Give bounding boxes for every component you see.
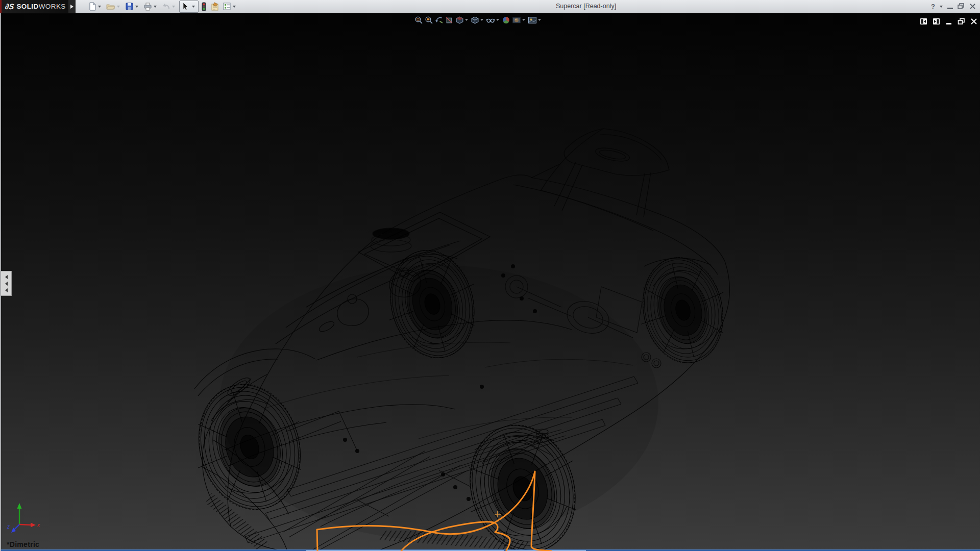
brand-bold: SOLID [16,3,38,10]
restore-button[interactable] [958,3,965,10]
toggle-right-pane-button[interactable] [933,18,940,25]
save-floppy-icon [125,2,134,11]
edit-appearance-button[interactable] [502,16,510,24]
expand-arrow-icon [70,5,74,9]
open-button[interactable] [105,1,123,12]
select-dropdown-caret[interactable] [192,6,195,8]
apply-scene-icon [512,16,521,24]
feature-manager-collapsed-tab[interactable] [1,271,12,296]
select-cursor-icon [181,2,189,11]
save-button[interactable] [124,1,141,12]
close-button[interactable] [969,3,976,10]
options-button[interactable] [222,1,239,12]
section-view-icon [445,16,454,24]
section-view-button[interactable] [445,16,454,24]
open-folder-icon [106,2,115,11]
zoom-to-fit-button[interactable] [414,16,423,24]
view-orientation-caret[interactable] [465,19,468,21]
undo-button[interactable] [161,1,178,12]
new-dropdown-caret[interactable] [98,6,101,8]
open-dropdown-caret [117,6,120,8]
new-document-icon [88,2,96,11]
options-checklist-icon [223,2,231,11]
collapse-arrow-icon [5,275,8,279]
print-button[interactable] [142,1,160,12]
collapse-arrow-icon [5,288,8,292]
apply-scene-button[interactable] [512,16,526,24]
file-properties-icon [210,2,219,11]
hide-show-items-button[interactable] [486,16,500,24]
display-style-button[interactable] [471,16,484,24]
document-title: Supercar [Read-only] [556,3,616,10]
view-orientation-icon [455,16,464,24]
menu-expand-arrow[interactable] [68,0,76,13]
collapse-arrow-icon [5,282,8,286]
display-style-icon [471,16,479,24]
previous-view-button[interactable] [435,16,444,24]
select-tool-button[interactable] [179,1,199,13]
view-orientation-button[interactable] [455,16,469,24]
zoom-to-fit-icon [414,16,423,24]
help-dropdown-caret[interactable] [940,6,943,8]
print-icon [143,2,152,11]
eyeglasses-icon [486,16,495,24]
file-properties-button[interactable] [209,1,220,12]
view-settings-button[interactable] [528,16,542,24]
view-settings-caret[interactable] [538,19,541,21]
brand-light: WORKS [39,3,66,10]
title-bar: ∂S SOLIDWORKS [0,0,980,13]
help-button[interactable]: ? [931,3,935,10]
hide-show-caret[interactable] [496,19,499,21]
print-dropdown-caret[interactable] [154,6,157,8]
zoom-to-area-button[interactable] [425,16,433,24]
new-document-button[interactable] [87,1,104,12]
traffic-light-icon [201,2,207,11]
apply-scene-caret[interactable] [522,19,525,21]
view-settings-icon [528,16,537,24]
document-restore-button[interactable] [958,18,965,25]
options-dropdown-caret[interactable] [233,6,236,8]
undo-dropdown-caret [172,6,175,8]
document-minimize-button[interactable] [945,18,952,25]
zoom-to-area-icon [425,16,433,24]
solidworks-logo: ∂S SOLIDWORKS [0,0,68,13]
appearance-ball-icon [502,16,510,24]
graphics-viewport[interactable] [0,13,980,551]
save-dropdown-caret[interactable] [135,6,138,8]
display-style-caret[interactable] [480,19,483,21]
main-toolbar [87,0,239,13]
heads-up-view-toolbar [414,15,542,25]
previous-view-icon [435,16,444,24]
titlebar-window-controls: ? [931,0,976,13]
rebuild-button[interactable] [200,1,208,12]
toggle-left-pane-button[interactable] [920,18,927,25]
view-orientation-label: *Dimetric [7,540,39,548]
document-window-controls [920,18,977,25]
minimize-button[interactable] [947,8,953,9]
solidworks-logo-mark: ∂S [5,2,15,11]
document-close-button[interactable] [970,18,977,25]
undo-icon [162,2,170,11]
